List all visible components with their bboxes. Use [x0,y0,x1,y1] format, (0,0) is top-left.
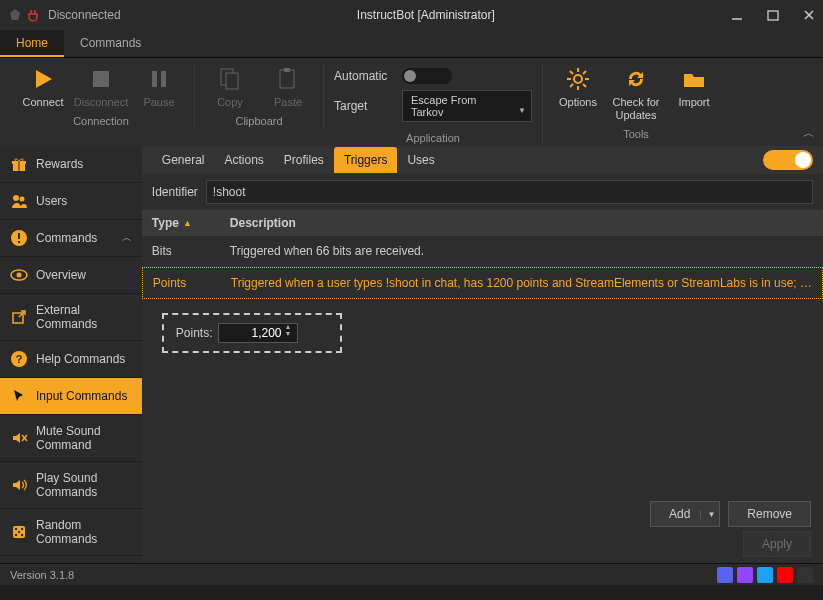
svg-rect-6 [226,73,238,89]
ribbon-group-application: Automatic Target Escape From Tarkov Appl… [324,64,543,144]
sidebar-item-overview[interactable]: Overview [0,257,142,294]
external-icon [10,308,28,326]
check-updates-button[interactable]: Check for Updates [611,64,661,122]
column-description[interactable]: Description [230,216,813,230]
identifier-input[interactable] [206,180,813,204]
sidebar-item-commands[interactable]: Commands︿ [0,220,142,257]
sidebar-item-mute-sound-command[interactable]: Mute Sound Command [0,415,142,462]
automatic-toggle[interactable] [402,68,452,84]
ribbon-collapse-button[interactable]: ︿ [803,125,815,142]
svg-line-16 [570,84,573,87]
cursor-icon [10,387,28,405]
connection-status: Disconnected [48,8,121,22]
table-row[interactable]: Bits Triggered when 66 bits are received… [142,236,823,267]
sort-asc-icon: ▲ [183,218,192,228]
refresh-icon [621,64,651,94]
eye-icon [10,266,28,284]
tab-triggers[interactable]: Triggers [334,147,398,173]
svg-rect-8 [284,68,290,72]
ribbon-group-connection: Connect Disconnect Pause Connection [8,64,195,127]
apply-button: Apply [743,531,811,557]
svg-rect-1 [768,11,778,20]
paste-button: Paste [263,64,313,109]
ribbon: Connect Disconnect Pause Connection Copy [0,58,823,146]
points-editor: Points: ▲▼ [162,313,342,353]
sidebar-item-help-commands[interactable]: ?Help Commands [0,341,142,378]
menu-tab-commands[interactable]: Commands [64,30,157,57]
svg-point-34 [18,531,20,533]
content-panel: General Actions Profiles Triggers Uses I… [142,146,823,563]
maximize-button[interactable] [767,9,779,21]
pause-icon [144,64,174,94]
sidebar-item-swap-mouse-button-command[interactable]: Swap Mouse Button Command [0,556,142,563]
tab-general[interactable]: General [152,147,215,173]
stop-icon [86,64,116,94]
svg-line-17 [583,71,586,74]
svg-point-35 [15,534,17,536]
svg-point-21 [13,195,19,201]
svg-rect-24 [18,233,20,239]
svg-rect-25 [18,241,20,243]
titlebar: Disconnected InstructBot [Administrator] [0,0,823,30]
remove-button[interactable]: Remove [728,501,811,527]
identifier-label: Identifier [152,185,198,199]
spinner-buttons[interactable]: ▲▼ [284,323,296,337]
sidebar-item-random-commands[interactable]: Random Commands [0,509,142,556]
automatic-label: Automatic [334,69,394,83]
pause-button: Pause [134,64,184,109]
folder-icon [679,64,709,94]
svg-point-27 [17,273,22,278]
disconnect-button: Disconnect [76,64,126,109]
app-icon[interactable] [797,567,813,583]
twitch-icon[interactable] [737,567,753,583]
play-icon [28,64,58,94]
tab-actions[interactable]: Actions [215,147,274,173]
content-tabs: General Actions Profiles Triggers Uses [142,146,823,174]
sidebar-item-input-commands[interactable]: Input Commands [0,378,142,415]
tab-profiles[interactable]: Profiles [274,147,334,173]
target-dropdown[interactable]: Escape From Tarkov [402,90,532,122]
minimize-button[interactable] [731,9,743,21]
gift-icon [10,155,28,173]
svg-point-36 [21,534,23,536]
sidebar: RewardsUsersCommands︿OverviewExternal Co… [0,146,142,563]
svg-line-15 [583,84,586,87]
enable-toggle[interactable] [763,150,813,170]
options-button[interactable]: Options [553,64,603,122]
svg-rect-3 [152,71,157,87]
app-icon [8,8,22,22]
column-type[interactable]: Type▲ [152,216,230,230]
add-button[interactable]: Add▼ [650,501,720,527]
import-button[interactable]: Import [669,64,719,122]
svg-point-22 [20,197,25,202]
svg-point-9 [574,75,582,83]
mute-icon [10,429,28,447]
close-button[interactable] [803,9,815,21]
target-label: Target [334,99,394,113]
sidebar-item-rewards[interactable]: Rewards [0,146,142,183]
svg-rect-4 [161,71,166,87]
alert-icon [10,229,28,247]
points-label: Points: [176,326,213,340]
menubar: Home Commands [0,30,823,58]
svg-line-14 [570,71,573,74]
sidebar-item-users[interactable]: Users [0,183,142,220]
discord-icon[interactable] [717,567,733,583]
menu-tab-home[interactable]: Home [0,30,64,57]
table-header: Type▲ Description [142,210,823,236]
gear-icon [563,64,593,94]
svg-point-32 [15,528,17,530]
table-row[interactable]: Points Triggered when a user types !shoo… [142,267,823,299]
paste-icon [273,64,303,94]
ribbon-group-clipboard: Copy Paste Clipboard [195,64,324,127]
connect-button[interactable]: Connect [18,64,68,109]
sidebar-item-external-commands[interactable]: External Commands [0,294,142,341]
statusbar: Version 3.1.8 [0,563,823,585]
chevron-down-icon[interactable]: ▼ [700,510,715,519]
twitter-icon[interactable] [757,567,773,583]
svg-point-33 [21,528,23,530]
youtube-icon[interactable] [777,567,793,583]
sidebar-item-play-sound-commands[interactable]: Play Sound Commands [0,462,142,509]
tab-uses[interactable]: Uses [397,147,444,173]
version-label: Version 3.1.8 [10,569,717,581]
